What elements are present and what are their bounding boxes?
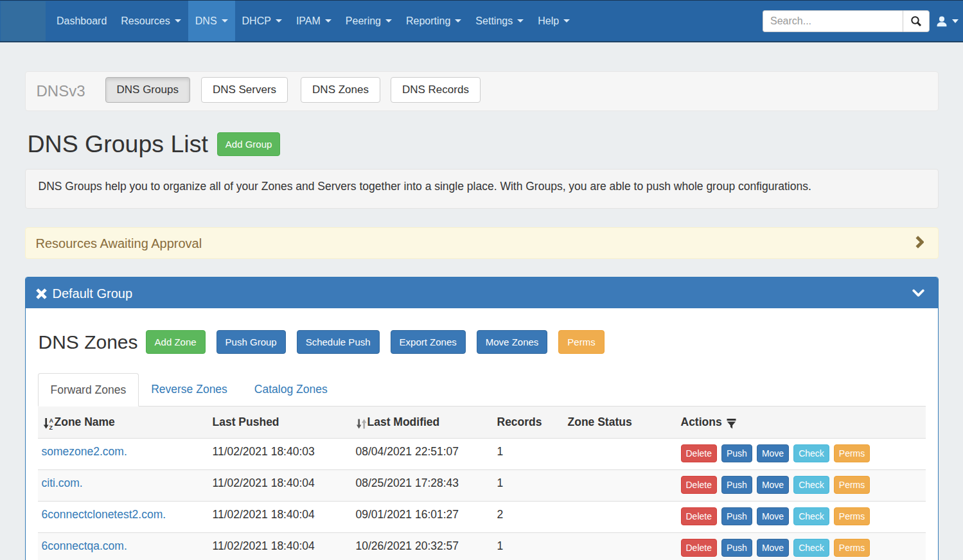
svg-text:A: A — [49, 417, 53, 424]
svg-text:Z: Z — [49, 424, 53, 430]
